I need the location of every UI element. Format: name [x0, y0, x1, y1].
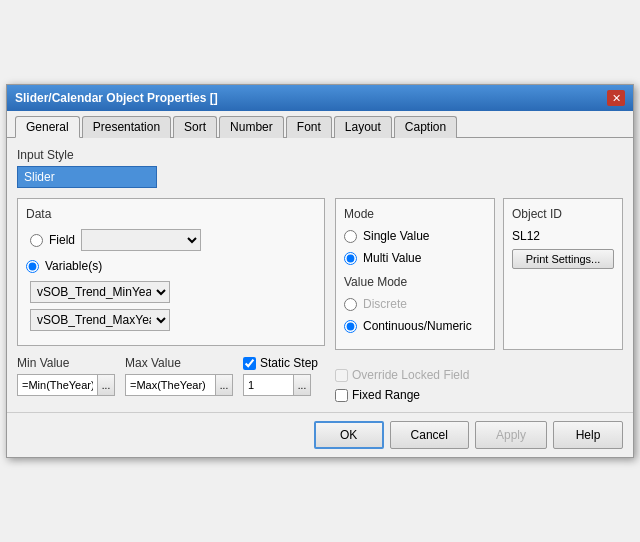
dialog-title: Slider/Calendar Object Properties [] [15, 91, 218, 105]
input-style-dropdown[interactable]: Slider [17, 166, 157, 188]
static-step-label: Static Step [260, 356, 318, 370]
content-area: Input Style Slider Data Field [7, 138, 633, 412]
tab-caption[interactable]: Caption [394, 116, 457, 138]
apply-button[interactable]: Apply [475, 421, 547, 449]
min-value-input[interactable]: =Min(TheYear) [17, 374, 97, 396]
tab-layout[interactable]: Layout [334, 116, 392, 138]
data-panel-title: Data [26, 207, 316, 221]
help-button[interactable]: Help [553, 421, 623, 449]
variables-section: vSOB_Trend_MinYear vSOB_Trend_MaxYear [26, 281, 316, 331]
single-value-radio[interactable] [344, 230, 357, 243]
tab-general[interactable]: General [15, 116, 80, 138]
max-value-group: Max Value =Max(TheYear) ... [125, 356, 233, 396]
max-value-input-row: =Max(TheYear) ... [125, 374, 233, 396]
input-style-row: Slider [17, 166, 623, 188]
variables-label: Variable(s) [45, 259, 102, 273]
static-step-checkbox[interactable] [243, 357, 256, 370]
dialog: Slider/Calendar Object Properties [] ✕ G… [6, 84, 634, 458]
footer: OK Cancel Apply Help [7, 412, 633, 457]
min-value-dots-button[interactable]: ... [97, 374, 115, 396]
input-style-label: Input Style [17, 148, 623, 162]
override-locked-checkbox[interactable] [335, 369, 348, 382]
continuous-row: Continuous/Numeric [344, 319, 486, 333]
override-locked-label: Override Locked Field [352, 368, 469, 382]
override-locked-row: Override Locked Field [335, 368, 623, 382]
mode-panel-title: Mode [344, 207, 486, 221]
static-step-checkbox-row: Static Step [243, 356, 318, 370]
tab-sort[interactable]: Sort [173, 116, 217, 138]
step-dots-button[interactable]: ... [293, 374, 311, 396]
fixed-range-checkbox[interactable] [335, 389, 348, 402]
value-mode-section: Value Mode Discrete Continuous/Numeric [344, 275, 486, 333]
field-radio[interactable] [30, 234, 43, 247]
ok-button[interactable]: OK [314, 421, 384, 449]
variables-radio[interactable] [26, 260, 39, 273]
var2-row: vSOB_Trend_MaxYear [26, 309, 316, 331]
multi-value-row: Multi Value [344, 251, 486, 265]
objectid-panel: Object ID SL12 Print Settings... [503, 198, 623, 350]
right-panels: Mode Single Value Multi Value Value Mode [335, 198, 623, 402]
title-bar: Slider/Calendar Object Properties [] ✕ [7, 85, 633, 111]
print-settings-button[interactable]: Print Settings... [512, 249, 614, 269]
mode-panel: Mode Single Value Multi Value Value Mode [335, 198, 495, 350]
min-value-label: Min Value [17, 356, 115, 370]
field-dropdown[interactable] [81, 229, 201, 251]
left-content: Data Field Variable(s) [17, 198, 325, 402]
value-mode-title: Value Mode [344, 275, 486, 289]
discrete-label: Discrete [363, 297, 407, 311]
tab-font[interactable]: Font [286, 116, 332, 138]
multi-value-radio[interactable] [344, 252, 357, 265]
fixed-range-label: Fixed Range [352, 388, 420, 402]
close-button[interactable]: ✕ [607, 90, 625, 106]
max-value-label: Max Value [125, 356, 233, 370]
fixed-range-row: Fixed Range [335, 388, 623, 402]
tab-bar: General Presentation Sort Number Font La… [7, 111, 633, 138]
step-input-row: 1 ... [243, 374, 318, 396]
discrete-radio[interactable] [344, 298, 357, 311]
static-step-group: Static Step 1 ... [243, 356, 318, 396]
field-label: Field [49, 233, 75, 247]
max-value-input[interactable]: =Max(TheYear) [125, 374, 215, 396]
var2-dropdown[interactable]: vSOB_Trend_MaxYear [30, 309, 170, 331]
tab-number[interactable]: Number [219, 116, 284, 138]
max-value-dots-button[interactable]: ... [215, 374, 233, 396]
field-row: Field [26, 229, 316, 251]
main-panels: Data Field Variable(s) [17, 198, 623, 402]
continuous-label: Continuous/Numeric [363, 319, 472, 333]
var1-row: vSOB_Trend_MinYear [26, 281, 316, 303]
cancel-button[interactable]: Cancel [390, 421, 469, 449]
multi-value-label: Multi Value [363, 251, 421, 265]
variables-radio-row: Variable(s) [26, 259, 316, 273]
continuous-radio[interactable] [344, 320, 357, 333]
data-panel: Data Field Variable(s) [17, 198, 325, 346]
var1-dropdown[interactable]: vSOB_Trend_MinYear [30, 281, 170, 303]
right-options: Override Locked Field Fixed Range [335, 368, 623, 402]
discrete-row: Discrete [344, 297, 486, 311]
step-input[interactable]: 1 [243, 374, 293, 396]
single-value-row: Single Value [344, 229, 486, 243]
tab-presentation[interactable]: Presentation [82, 116, 171, 138]
min-value-input-row: =Min(TheYear) ... [17, 374, 115, 396]
mode-objectid-row: Mode Single Value Multi Value Value Mode [335, 198, 623, 350]
min-value-group: Min Value =Min(TheYear) ... [17, 356, 115, 396]
objectid-value: SL12 [512, 229, 614, 243]
value-section: Min Value =Min(TheYear) ... Max Value =M… [17, 356, 325, 396]
single-value-label: Single Value [363, 229, 430, 243]
objectid-title: Object ID [512, 207, 614, 221]
